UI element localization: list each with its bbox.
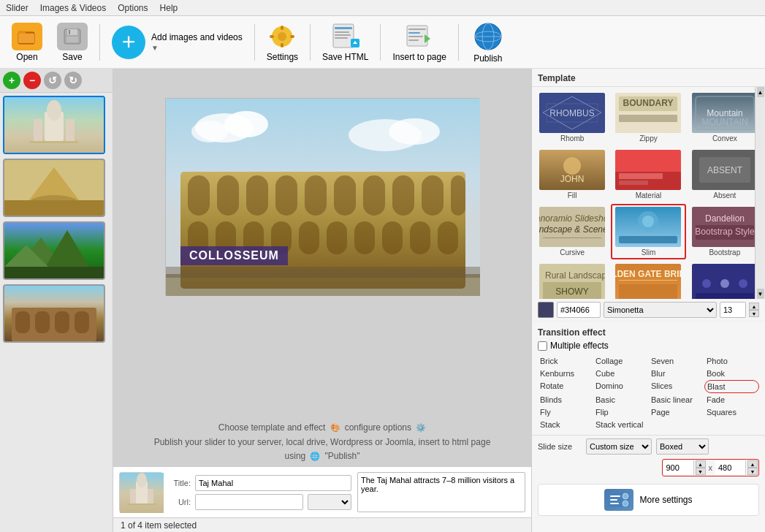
- template-convex[interactable]: Mountain MOUNTAIN Convex: [688, 90, 762, 145]
- template-cursive[interactable]: Panoramio Slideshow Landscape & Scenery …: [535, 204, 609, 259]
- width-down[interactable]: ▼: [696, 468, 706, 475]
- settings-label: Settings: [267, 52, 298, 62]
- width-up[interactable]: ▲: [696, 460, 706, 468]
- hint-text-2: configure options: [345, 422, 411, 433]
- settings-button[interactable]: Settings: [261, 20, 304, 65]
- menu-images-videos[interactable]: Images & Videos: [40, 3, 107, 13]
- font-family-select[interactable]: Simonetta: [604, 302, 717, 318]
- save-html-label: Save HTML: [322, 52, 368, 62]
- transition-slices[interactable]: Slices: [649, 380, 704, 393]
- publish-button[interactable]: Publish: [465, 18, 511, 66]
- font-size-down[interactable]: ▼: [749, 310, 759, 317]
- scroll-up-button[interactable]: ▲: [757, 87, 764, 97]
- move-left-button[interactable]: ↺: [44, 72, 61, 89]
- template-absent[interactable]: ABSENT Absent: [688, 147, 762, 202]
- svg-rect-92: [619, 115, 677, 122]
- transition-basiclinear[interactable]: Basic linear: [649, 394, 704, 406]
- transition-photo[interactable]: Photo: [704, 355, 759, 367]
- font-size-up[interactable]: ▲: [749, 303, 759, 310]
- url-input[interactable]: [195, 494, 303, 510]
- color-swatch[interactable]: [538, 302, 554, 318]
- template-scrollbar[interactable]: ▲ ▼: [755, 87, 765, 299]
- font-size-input[interactable]: [720, 302, 746, 318]
- menu-slider[interactable]: Slider: [6, 3, 28, 13]
- remove-slide-button[interactable]: −: [23, 72, 41, 89]
- font-size-spinner[interactable]: ▲ ▼: [749, 303, 759, 317]
- transition-collage[interactable]: Collage: [593, 355, 648, 367]
- slide-height-input[interactable]: [715, 460, 746, 475]
- menu-help[interactable]: Help: [160, 3, 178, 13]
- height-up[interactable]: ▲: [747, 460, 758, 468]
- transition-blast[interactable]: Blast: [704, 380, 759, 393]
- template-animated[interactable]: Animated: [688, 261, 762, 299]
- add-images-button[interactable]: + Add images and videos ▼: [106, 23, 248, 62]
- hex-color-input[interactable]: [557, 302, 601, 318]
- transition-rotate[interactable]: Rotate: [538, 380, 593, 393]
- thumbnail-item[interactable]: [3, 159, 105, 217]
- svg-point-8: [278, 32, 286, 41]
- open-label: Open: [16, 52, 37, 62]
- transition-stack[interactable]: Stack: [538, 419, 593, 430]
- transition-seven[interactable]: Seven: [649, 355, 704, 367]
- add-dropdown-arrow[interactable]: ▼: [151, 44, 159, 52]
- transition-domino[interactable]: Domino: [593, 380, 648, 393]
- thumbnail-item[interactable]: [3, 221, 105, 280]
- slide-width-input[interactable]: [663, 460, 694, 475]
- svg-point-131: [739, 279, 747, 288]
- scroll-down-button[interactable]: ▼: [757, 289, 764, 299]
- url-type-select[interactable]: [308, 494, 351, 510]
- template-bootstrap[interactable]: Dandelion Bootstrap Style Bootstrap: [688, 204, 762, 259]
- svg-rect-72: [299, 221, 319, 254]
- transition-blur[interactable]: Blur: [649, 368, 704, 379]
- open-button[interactable]: Open: [6, 20, 48, 65]
- transition-squares[interactable]: Squares: [704, 406, 759, 418]
- template-material[interactable]: Material: [611, 147, 685, 202]
- template-name-absent: Absent: [713, 191, 736, 200]
- transition-stackvertical[interactable]: Stack vertical: [593, 419, 704, 430]
- svg-rect-127: [619, 284, 677, 299]
- height-down[interactable]: ▼: [747, 468, 758, 475]
- transition-fly[interactable]: Fly: [538, 406, 593, 418]
- save-button[interactable]: Save: [51, 20, 94, 65]
- multiple-effects-checkbox[interactable]: [538, 341, 547, 351]
- transition-basic[interactable]: Basic: [593, 394, 648, 406]
- preview-area: COLLOSSEUM: [113, 69, 531, 417]
- save-html-button[interactable]: Save HTML: [316, 20, 374, 65]
- svg-point-56: [389, 118, 440, 145]
- width-spinner[interactable]: ▲ ▼: [696, 460, 706, 475]
- menu-options[interactable]: Options: [118, 3, 148, 13]
- title-input[interactable]: [195, 475, 351, 491]
- transition-flip[interactable]: Flip: [593, 406, 648, 418]
- more-settings-button[interactable]: More settings: [538, 484, 759, 516]
- slide-dimensions-group: ▲ ▼ x ▲ ▼: [662, 459, 760, 476]
- transition-cube[interactable]: Cube: [593, 368, 648, 379]
- svg-rect-126: [619, 280, 677, 281]
- svg-rect-115: [619, 236, 677, 243]
- transition-kenburns[interactable]: Kenburns: [538, 368, 593, 379]
- insert-button[interactable]: Insert to page: [387, 20, 452, 65]
- thumbnail-item[interactable]: [3, 96, 105, 154]
- transition-fade[interactable]: Fade: [704, 394, 759, 406]
- svg-point-114: [642, 216, 654, 227]
- transition-page[interactable]: Page: [649, 406, 704, 418]
- add-images-label: Add images and videos: [151, 32, 243, 42]
- template-slim[interactable]: Slim: [611, 204, 685, 259]
- svg-text:SHOWY: SHOWY: [555, 286, 588, 297]
- save-icon: [57, 23, 88, 50]
- template-fill[interactable]: JOHN Fill: [535, 147, 609, 202]
- template-zippy[interactable]: BOUNDARY Zippy: [611, 90, 685, 145]
- add-slide-button[interactable]: +: [3, 72, 20, 89]
- template-showy[interactable]: Rural Landscape & Valley SHOWY Showy: [535, 261, 609, 299]
- description-field: The Taj Mahal attracts 7–8 million visit…: [357, 472, 525, 512]
- template-rhomb[interactable]: RHOMBUS Rhomb: [535, 90, 609, 145]
- thumbnail-item[interactable]: [3, 284, 105, 343]
- transition-book[interactable]: Book: [704, 368, 759, 379]
- preview-hint: Choose template and effect 🎨 configure o…: [113, 417, 531, 466]
- transition-brick[interactable]: Brick: [538, 355, 593, 367]
- move-right-button[interactable]: ↻: [64, 72, 82, 89]
- height-spinner[interactable]: ▲ ▼: [747, 460, 758, 475]
- template-twist[interactable]: GOLDEN GATE BRIDGE Twist: [611, 261, 685, 299]
- transition-blinds[interactable]: Blinds: [538, 394, 593, 406]
- slide-mode-select[interactable]: Custom size: [586, 438, 652, 455]
- slide-box-select[interactable]: Boxed: [656, 438, 709, 455]
